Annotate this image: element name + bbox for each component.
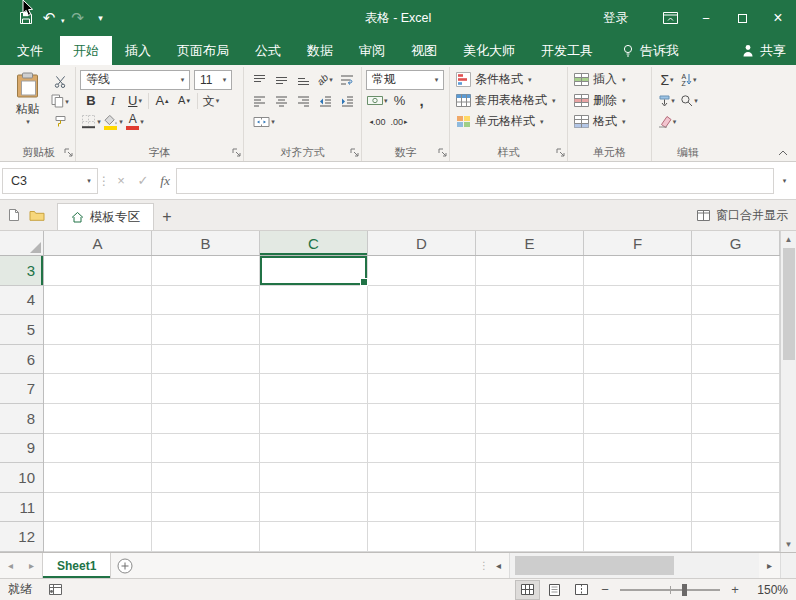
cell-F11[interactable] bbox=[584, 493, 692, 523]
zoom-slider[interactable] bbox=[620, 589, 720, 591]
cell-C10[interactable] bbox=[260, 463, 368, 493]
cell-E9[interactable] bbox=[476, 434, 584, 464]
column-header-B[interactable]: B bbox=[152, 231, 260, 255]
cell-A9[interactable] bbox=[44, 434, 152, 464]
cell-G11[interactable] bbox=[692, 493, 780, 523]
zoom-level-label[interactable]: 150% bbox=[746, 583, 788, 597]
column-header-F[interactable]: F bbox=[584, 231, 692, 255]
collapse-ribbon-icon[interactable] bbox=[778, 150, 788, 156]
cell-F6[interactable] bbox=[584, 345, 692, 375]
cell-C6[interactable] bbox=[260, 345, 368, 375]
column-header-C[interactable]: C bbox=[260, 231, 368, 255]
close-button[interactable]: × bbox=[760, 0, 796, 36]
align-left-button[interactable] bbox=[249, 91, 269, 111]
cell-C12[interactable] bbox=[260, 522, 368, 552]
column-header-A[interactable]: A bbox=[44, 231, 152, 255]
view-normal-button[interactable] bbox=[515, 580, 540, 600]
cell-B8[interactable] bbox=[152, 404, 260, 434]
decrease-font-size-button[interactable]: A▾ bbox=[174, 91, 194, 111]
horizontal-scrollbar[interactable] bbox=[509, 553, 759, 578]
cut-button[interactable] bbox=[50, 71, 70, 91]
cell-E12[interactable] bbox=[476, 522, 584, 552]
row-header-12[interactable]: 12 bbox=[0, 522, 43, 552]
cell-E6[interactable] bbox=[476, 345, 584, 375]
cell-A7[interactable] bbox=[44, 374, 152, 404]
tab-developer[interactable]: 开发工具 bbox=[528, 36, 606, 65]
cell-B5[interactable] bbox=[152, 315, 260, 345]
cell-C11[interactable] bbox=[260, 493, 368, 523]
cell-styles-button[interactable]: 单元格样式▾ bbox=[454, 111, 563, 132]
cell-D3[interactable] bbox=[368, 256, 476, 286]
macro-record-button[interactable] bbox=[44, 581, 66, 599]
cell-D8[interactable] bbox=[368, 404, 476, 434]
cell-G3[interactable] bbox=[692, 256, 780, 286]
open-folder-icon[interactable] bbox=[29, 209, 45, 221]
align-top-button[interactable] bbox=[249, 70, 269, 90]
format-as-table-button[interactable]: 套用表格格式▾ bbox=[454, 90, 563, 111]
cell-D11[interactable] bbox=[368, 493, 476, 523]
phonetic-guide-button[interactable]: 文▾ bbox=[201, 91, 221, 111]
font-dialog-launcher[interactable] bbox=[231, 147, 242, 158]
tab-mhdashi[interactable]: 美化大师 bbox=[450, 36, 528, 65]
cell-B7[interactable] bbox=[152, 374, 260, 404]
column-header-G[interactable]: G bbox=[692, 231, 780, 255]
currency-format-button[interactable]: ▾ bbox=[367, 91, 388, 111]
zoom-out-button[interactable]: − bbox=[596, 582, 614, 597]
column-header-E[interactable]: E bbox=[476, 231, 584, 255]
horizontal-scroll-thumb[interactable] bbox=[515, 556, 674, 575]
cell-E4[interactable] bbox=[476, 286, 584, 316]
cell-F8[interactable] bbox=[584, 404, 692, 434]
cell-B4[interactable] bbox=[152, 286, 260, 316]
alignment-dialog-launcher[interactable] bbox=[349, 147, 360, 158]
cell-D5[interactable] bbox=[368, 315, 476, 345]
clipboard-dialog-launcher[interactable] bbox=[63, 147, 74, 158]
cell-F4[interactable] bbox=[584, 286, 692, 316]
scroll-right-icon[interactable]: ▸ bbox=[759, 553, 780, 578]
cell-G9[interactable] bbox=[692, 434, 780, 464]
format-painter-button[interactable] bbox=[50, 111, 70, 131]
undo-caret-icon[interactable]: ▾ bbox=[61, 17, 65, 30]
share-button[interactable]: 共享 bbox=[742, 36, 786, 65]
cell-D12[interactable] bbox=[368, 522, 476, 552]
tab-file[interactable]: 文件 bbox=[0, 36, 60, 65]
next-sheet-icon[interactable]: ▸ bbox=[21, 553, 42, 578]
align-right-button[interactable] bbox=[293, 91, 313, 111]
format-cells-button[interactable]: 格式▾ bbox=[572, 111, 647, 132]
tab-home[interactable]: 开始 bbox=[60, 36, 112, 65]
row-header-8[interactable]: 8 bbox=[0, 404, 43, 434]
row-header-6[interactable]: 6 bbox=[0, 345, 43, 375]
merge-center-button[interactable]: ▾ bbox=[249, 112, 279, 132]
tab-formulas[interactable]: 公式 bbox=[242, 36, 294, 65]
cell-F10[interactable] bbox=[584, 463, 692, 493]
orientation-button[interactable]: ab▾ bbox=[315, 70, 335, 90]
cell-G5[interactable] bbox=[692, 315, 780, 345]
view-page-layout-button[interactable] bbox=[542, 580, 567, 600]
tab-data[interactable]: 数据 bbox=[294, 36, 346, 65]
autosum-button[interactable]: Σ▾ bbox=[657, 70, 677, 90]
fill-color-button[interactable]: ▾ bbox=[103, 112, 123, 132]
cell-B10[interactable] bbox=[152, 463, 260, 493]
cell-C5[interactable] bbox=[260, 315, 368, 345]
tab-insert[interactable]: 插入 bbox=[112, 36, 164, 65]
align-bottom-button[interactable] bbox=[293, 70, 313, 90]
customize-quick-access-icon[interactable]: ▾ bbox=[91, 6, 111, 30]
cell-G8[interactable] bbox=[692, 404, 780, 434]
cell-B9[interactable] bbox=[152, 434, 260, 464]
previous-sheet-icon[interactable]: ◂ bbox=[0, 553, 21, 578]
cell-A11[interactable] bbox=[44, 493, 152, 523]
new-document-icon[interactable] bbox=[8, 208, 20, 222]
insert-cells-button[interactable]: 插入▾ bbox=[572, 69, 647, 90]
new-sheet-button[interactable] bbox=[111, 553, 139, 578]
name-box[interactable]: C3 ▾ bbox=[2, 168, 98, 194]
cell-B3[interactable] bbox=[152, 256, 260, 286]
tell-me-box[interactable]: 告诉我 bbox=[622, 36, 679, 65]
tab-page-layout[interactable]: 页面布局 bbox=[164, 36, 242, 65]
row-header-11[interactable]: 11 bbox=[0, 493, 43, 523]
vertical-scrollbar[interactable]: ▲ ▼ bbox=[780, 231, 796, 552]
cell-E10[interactable] bbox=[476, 463, 584, 493]
increase-font-size-button[interactable]: A▴ bbox=[152, 91, 172, 111]
row-header-4[interactable]: 4 bbox=[0, 286, 43, 316]
scroll-left-icon[interactable]: ◂ bbox=[488, 553, 509, 578]
cell-C9[interactable] bbox=[260, 434, 368, 464]
cell-D4[interactable] bbox=[368, 286, 476, 316]
